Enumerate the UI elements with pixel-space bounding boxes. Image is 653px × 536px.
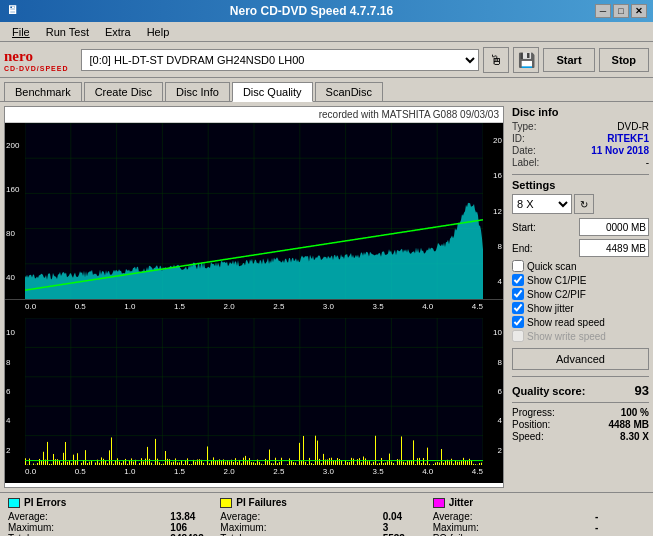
app-icon: 🖥 xyxy=(6,3,22,19)
lower-y-2: 2 xyxy=(6,446,15,455)
tab-disc-quality[interactable]: Disc Quality xyxy=(232,82,313,102)
quick-scan-checkbox[interactable] xyxy=(512,260,524,272)
progress-row: Progress: 100 % xyxy=(512,407,649,418)
start-row: Start: xyxy=(512,218,649,236)
tab-scan-disc[interactable]: ScanDisc xyxy=(315,82,383,101)
quality-score-row: Quality score: 93 xyxy=(512,383,649,398)
lower-yr-6: 6 xyxy=(493,387,502,396)
tab-benchmark[interactable]: Benchmark xyxy=(4,82,82,101)
x-axis-lower-bar: 0.0 0.5 1.0 1.5 2.0 2.5 3.0 3.5 4.0 4.5 xyxy=(5,465,503,483)
quick-scan-row: Quick scan xyxy=(512,260,649,272)
stop-button[interactable]: Stop xyxy=(599,48,649,72)
show-jitter-checkbox[interactable] xyxy=(512,302,524,314)
jitter-avg-value: - xyxy=(595,511,645,522)
end-row: End: xyxy=(512,239,649,257)
pi-errors-avg-value: 13.84 xyxy=(170,511,220,522)
minimize-button[interactable]: ─ xyxy=(595,4,611,18)
window-title: Nero CD-DVD Speed 4.7.7.16 xyxy=(28,4,595,18)
disc-info-section: Disc info Type: DVD-R ID: RITEKF1 Date: … xyxy=(512,106,649,168)
pi-failures-color xyxy=(220,498,232,508)
browse-button[interactable]: 🖱 xyxy=(483,47,509,73)
position-row: Position: 4488 MB xyxy=(512,419,649,430)
id-value: RITEKF1 xyxy=(607,133,649,144)
lower-y-8: 8 xyxy=(6,358,15,367)
charts-wrapper: 200 160 80 40 20 16 12 8 4 0.0 xyxy=(5,123,503,483)
progress-label: Progress: xyxy=(512,407,555,418)
pi-errors-group: PI Errors Average: 13.84 Maximum: 106 To… xyxy=(8,497,220,536)
start-input[interactable] xyxy=(579,218,649,236)
type-label: Type: xyxy=(512,121,536,132)
pi-errors-avg-row: Average: 13.84 xyxy=(8,511,220,522)
close-button[interactable]: ✕ xyxy=(631,4,647,18)
lower-yr-4: 4 xyxy=(493,416,502,425)
pi-errors-header: PI Errors xyxy=(8,497,220,508)
refresh-button[interactable]: ↻ xyxy=(574,194,594,214)
maximize-button[interactable]: □ xyxy=(613,4,629,18)
speed-select[interactable]: 8 X xyxy=(512,194,572,214)
end-input[interactable] xyxy=(579,239,649,257)
x-label-4: 4.0 xyxy=(422,302,433,311)
y-label-40: 40 xyxy=(6,273,19,282)
start-button[interactable]: Start xyxy=(543,48,594,72)
menu-help[interactable]: Help xyxy=(139,24,178,40)
save-button[interactable]: 💾 xyxy=(513,47,539,73)
toolbar: nero CD·DVD/SPEED [0:0] HL-DT-ST DVDRAM … xyxy=(0,42,653,78)
settings-title: Settings xyxy=(512,179,649,191)
x-label-45: 4.5 xyxy=(472,302,483,311)
show-c2pif-checkbox[interactable] xyxy=(512,288,524,300)
show-c2pif-label: Show C2/PIF xyxy=(527,289,586,300)
lower-yr-10: 10 xyxy=(493,328,502,337)
progress-value: 100 % xyxy=(621,407,649,418)
separator-1 xyxy=(512,174,649,175)
id-label: ID: xyxy=(512,133,525,144)
date-label: Date: xyxy=(512,145,536,156)
jitter-avg-row: Average: - xyxy=(433,511,645,522)
jitter-max-value: - xyxy=(595,522,645,533)
x-label-1: 1.0 xyxy=(124,302,135,311)
type-value: DVD-R xyxy=(617,121,649,132)
pi-errors-max-row: Maximum: 106 xyxy=(8,522,220,533)
advanced-button[interactable]: Advanced xyxy=(512,348,649,370)
speed-display-label: Speed: xyxy=(512,431,544,442)
pi-failures-group: PI Failures Average: 0.04 Maximum: 3 Tot… xyxy=(220,497,432,536)
x-label-0: 0.0 xyxy=(25,302,36,311)
lower-chart-canvas xyxy=(25,318,483,465)
upper-chart: 200 160 80 40 20 16 12 8 4 xyxy=(5,123,503,300)
drive-select[interactable]: [0:0] HL-DT-ST DVDRAM GH24NSD0 LH00 xyxy=(81,49,480,71)
show-c1pie-label: Show C1/PIE xyxy=(527,275,586,286)
separator-3 xyxy=(512,402,649,403)
title-bar: 🖥 Nero CD-DVD Speed 4.7.7.16 ─ □ ✕ xyxy=(0,0,653,22)
position-label: Position: xyxy=(512,419,550,430)
jitter-avg-label: Average: xyxy=(433,511,473,522)
date-value: 11 Nov 2018 xyxy=(591,145,649,156)
disc-date-row: Date: 11 Nov 2018 xyxy=(512,145,649,156)
menu-extra[interactable]: Extra xyxy=(97,24,139,40)
tab-disc-info[interactable]: Disc Info xyxy=(165,82,230,101)
lower-yr-8: 8 xyxy=(493,358,502,367)
show-write-speed-checkbox xyxy=(512,330,524,342)
menu-file[interactable]: File xyxy=(4,24,38,40)
disc-label-row: Label: - xyxy=(512,157,649,168)
show-c1-row: Show C1/PIE xyxy=(512,274,649,286)
show-read-speed-row: Show read speed xyxy=(512,316,649,328)
nero-logo: nero CD·DVD/SPEED xyxy=(4,48,69,72)
x-label-2: 2.0 xyxy=(224,302,235,311)
pi-errors-label: PI Errors xyxy=(24,497,66,508)
show-read-speed-checkbox[interactable] xyxy=(512,316,524,328)
jitter-color xyxy=(433,498,445,508)
speed-display-value: 8.30 X xyxy=(620,431,649,442)
show-c1pie-checkbox[interactable] xyxy=(512,274,524,286)
y-right-16: 16 xyxy=(493,171,502,180)
upper-chart-canvas xyxy=(25,123,483,299)
x-label-35: 3.5 xyxy=(372,302,383,311)
menu-run-test[interactable]: Run Test xyxy=(38,24,97,40)
pi-failures-header: PI Failures xyxy=(220,497,432,508)
progress-section: Progress: 100 % Position: 4488 MB Speed:… xyxy=(512,407,649,442)
speed-row: 8 X ↻ xyxy=(512,194,649,214)
tab-create-disc[interactable]: Create Disc xyxy=(84,82,163,101)
disc-id-row: ID: RITEKF1 xyxy=(512,133,649,144)
jitter-max-row: Maximum: - xyxy=(433,522,645,533)
pi-failures-avg-row: Average: 0.04 xyxy=(220,511,432,522)
x-label-3: 3.0 xyxy=(323,302,334,311)
show-write-speed-label: Show write speed xyxy=(527,331,606,342)
